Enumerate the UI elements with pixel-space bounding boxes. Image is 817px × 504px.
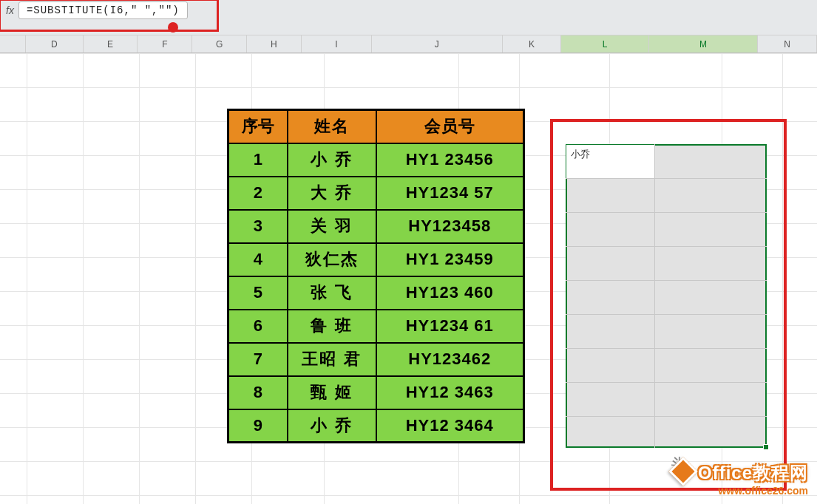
table-row: 2大 乔HY1234 57 <box>228 177 524 210</box>
cell-member[interactable]: HY123462 <box>376 343 524 376</box>
annotation-dot <box>168 22 178 33</box>
cell-name[interactable]: 小 乔 <box>288 409 376 443</box>
cell-name[interactable]: 王昭 君 <box>288 343 376 376</box>
col-header-H[interactable]: H <box>247 35 302 52</box>
table-header-row: 序号 姓名 会员号 <box>228 110 524 143</box>
cell-seq[interactable]: 6 <box>228 310 288 343</box>
cell-name[interactable]: 大 乔 <box>288 177 376 210</box>
cell-name[interactable]: 鲁 班 <box>288 310 376 343</box>
table-row: 8甄 姬HY12 3463 <box>228 376 524 409</box>
table-row: 9小 乔HY12 3464 <box>228 409 524 443</box>
col-header-J[interactable]: J <box>372 35 503 52</box>
formula-input[interactable]: =SUBSTITUTE(I6," ","") <box>18 1 188 19</box>
active-cell[interactable]: 小乔 <box>566 145 654 179</box>
col-header-G[interactable]: G <box>192 35 247 52</box>
col-header-I[interactable]: I <box>302 35 372 52</box>
cell-member[interactable]: HY1234 61 <box>376 310 524 343</box>
col-header-K[interactable]: K <box>503 35 562 52</box>
th-member: 会员号 <box>376 110 524 143</box>
spreadsheet-grid[interactable]: 序号 姓名 会员号 1小 乔HY1 234562大 乔HY1234 573关 羽… <box>0 53 817 504</box>
cell-member[interactable]: HY1234 57 <box>376 177 524 210</box>
table-row: 5张 飞HY123 460 <box>228 276 524 310</box>
col-header-L[interactable]: L <box>561 35 648 52</box>
watermark-logo-icon <box>668 457 698 486</box>
col-header-F[interactable]: F <box>138 35 192 52</box>
cell-seq[interactable]: 3 <box>228 210 288 243</box>
cell-seq[interactable]: 7 <box>228 343 288 376</box>
data-table: 序号 姓名 会员号 1小 乔HY1 234562大 乔HY1234 573关 羽… <box>227 109 525 443</box>
table-row: 4狄仁杰HY1 23459 <box>228 243 524 276</box>
column-header-row: DEFGHIJKLMN <box>0 35 817 53</box>
cell-name[interactable]: 张 飞 <box>288 276 376 310</box>
cell-member[interactable]: HY12 3463 <box>376 376 524 409</box>
table-row: 6鲁 班HY1234 61 <box>228 310 524 343</box>
cell-seq[interactable]: 2 <box>228 177 288 210</box>
formula-bar: fx =SUBSTITUTE(I6," ","") <box>0 0 817 35</box>
cell-name[interactable]: 甄 姬 <box>288 376 376 409</box>
watermark-title: Office教程网 <box>698 463 808 483</box>
watermark: Office教程网 www.office26.com <box>668 458 808 497</box>
cell-seq[interactable]: 8 <box>228 376 288 409</box>
cell-name[interactable]: 关 羽 <box>288 210 376 243</box>
selection-range[interactable] <box>566 144 767 448</box>
cell-seq[interactable]: 5 <box>228 276 288 310</box>
cell-member[interactable]: HY1 23459 <box>376 243 524 276</box>
col-header-M[interactable]: M <box>649 35 759 52</box>
col-header-E[interactable]: E <box>84 35 138 52</box>
cell-seq[interactable]: 1 <box>228 143 288 177</box>
watermark-url: www.office26.com <box>668 485 808 497</box>
cell-name[interactable]: 小 乔 <box>288 143 376 177</box>
cell-seq[interactable]: 9 <box>228 409 288 443</box>
cell-member[interactable]: HY12 3464 <box>376 409 524 443</box>
table-row: 1小 乔HY1 23456 <box>228 143 524 177</box>
fill-handle[interactable] <box>763 444 769 450</box>
th-seq: 序号 <box>228 110 288 143</box>
col-header-N[interactable]: N <box>758 35 817 52</box>
table-row: 7王昭 君HY123462 <box>228 343 524 376</box>
cell-name[interactable]: 狄仁杰 <box>288 243 376 276</box>
cell-member[interactable]: HY123 460 <box>376 276 524 310</box>
col-header-D[interactable]: D <box>26 35 84 52</box>
cell-member[interactable]: HY123458 <box>376 210 524 243</box>
table-row: 3关 羽HY123458 <box>228 210 524 243</box>
cell-seq[interactable]: 4 <box>228 243 288 276</box>
th-name: 姓名 <box>288 110 376 143</box>
cell-member[interactable]: HY1 23456 <box>376 143 524 177</box>
fx-icon[interactable]: fx <box>6 4 14 16</box>
